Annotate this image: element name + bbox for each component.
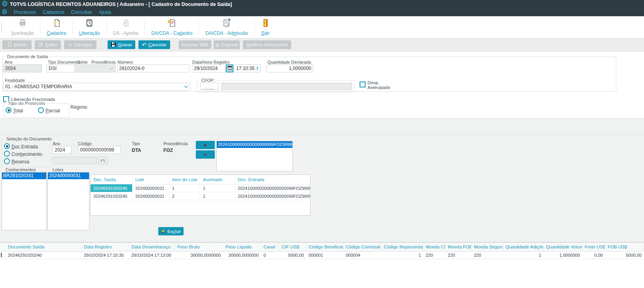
protocolo-parcial-radio[interactable] [38,107,44,113]
numero-label: Número [117,60,133,64]
cell-fob-usd[interactable]: 5000,00 [605,252,644,259]
cell-quantidade-adicoes[interactable]: 1 [503,252,544,259]
protocolo-total-label: Total [13,108,23,114]
toolbar-grip[interactable] [1,22,4,32]
cell-moeda-cif[interactable]: 220 [423,252,445,259]
cfop-mask-field[interactable]: _.___ [200,83,219,90]
gravar-button[interactable]: Gravar [108,40,135,49]
cell-cif-usd[interactable]: 5000,00 [279,252,306,259]
grid-cell[interactable]: 202400000031 [133,184,169,192]
cell-documento-saida[interactable]: 20246291020240 [6,252,81,259]
grid-cell[interactable]: 20246291020240 [91,192,133,200]
table-row[interactable]: 20246291020240 202400000031 1 1 20241000… [91,184,310,192]
data-registro-field[interactable]: 29/10/2024 [192,64,225,72]
selecao-codigo-field[interactable]: 0000000000099 [78,146,121,154]
list-item[interactable]: 20241000000000000000099FOZ999999 [217,141,292,148]
cell-quantidade-volumes[interactable]: 1,0000000 [544,252,582,259]
protocolo-total-radio[interactable] [6,107,11,113]
toolbar-sair[interactable]: Sair [255,16,276,38]
serie-field[interactable] [74,64,90,72]
cell-data-registro[interactable]: 29/10/2024 17:10:35 [81,252,129,259]
desp-antecipado-checkbox[interactable] [360,81,366,87]
calendar-icon: 15 [227,65,232,72]
grid-cell[interactable]: 2 [169,192,200,200]
table-row[interactable]: 20246291020240 202400000031 2 1 20241000… [91,192,310,200]
cell-moeda-fob[interactable]: 220 [445,252,472,259]
retificar-documento-button[interactable]: Retificar Documento [243,40,291,49]
cancelar-button[interactable]: ↶ Cancelar [138,40,170,49]
form-pencil-icon [222,19,231,29]
cell-peso-bruto[interactable]: 30000,0000000 [175,252,223,259]
menu-bar: Processos Cadastros Consultas Ajuda [0,8,644,16]
grid-cell[interactable]: 20246291020240 [91,184,133,192]
cell-canal[interactable]: 0 [261,252,279,259]
remove-document-button[interactable]: − [196,150,215,159]
list-item[interactable]: BR291020241 [2,172,46,179]
f5-button[interactable]: F5 [98,157,107,164]
quantidade-declarada-field[interactable]: 1,0000000 [267,64,313,72]
conhecimento-label: Conhecimento [11,152,42,157]
menu-processos[interactable]: Processos [14,9,36,15]
toolbar-sair-label: Sair [261,30,269,36]
toolbar: Averbação Cadastra Liberação DA - Averba… [0,16,644,38]
conhecimento-radio[interactable] [4,151,10,157]
toolbar-cadastra-label: Cadastra [47,30,66,36]
toolbar-liberacao[interactable]: Liberação [73,16,106,38]
hora-registro-field[interactable]: 17:10:35 ▲▼ [234,64,261,72]
x-icon: ✕ [68,42,72,47]
grid-cell[interactable]: 1 [200,184,235,192]
tipo-documento-label: Tipo Documento [48,60,80,64]
inserir-button[interactable]: Inserir [2,40,32,49]
cell-data-desembaraco[interactable]: 29/10/2024 17:13:00 [129,252,175,259]
page-arrow-icon [121,19,130,29]
ano-label: Ano [5,60,13,64]
lotes-listbox[interactable]: 202400000031 [47,172,89,230]
toolbar-dacda-admissao[interactable]: DA/CDA - Admissão [199,16,254,38]
conhecimentos-listbox[interactable]: BR291020241 [2,172,47,230]
cell-moeda-seguro[interactable]: 220 [472,252,503,259]
procedencia-select[interactable] [91,64,116,72]
action-bar: Inserir Editar ✕ Cancelar Gravar ↶ Cance… [0,38,644,52]
grid-cell[interactable]: 202400000031 [133,192,169,200]
cell-codigo-beneficiario[interactable]: 000001 [306,252,343,259]
grid-cell[interactable]: 1 [169,184,200,192]
cell-codigo-representante[interactable]: 1 [381,252,423,259]
spinner-down-icon[interactable]: ▼ [256,68,259,71]
add-document-button[interactable]: + [196,141,215,149]
selecao-ano-field[interactable]: 2024 [53,146,72,154]
cancelar-disabled-button[interactable]: ✕ Cancelar [64,40,97,49]
procedencia-label: Procedência [91,60,116,64]
grid-cell[interactable]: 20241000000000000000099FOZ999999 [235,184,310,192]
toolbar-averbacao[interactable]: Averbação [5,16,40,38]
list-item[interactable]: 202400000031 [48,172,89,179]
editar-button[interactable]: Editar [35,40,61,49]
finalidade-select[interactable]: 01 - ADMISSAO TEMPORARIA [3,83,190,91]
numero-field[interactable]: 29102024-0 [117,64,189,72]
menu-ajuda[interactable]: Ajuda [99,9,111,15]
time-spinner[interactable]: ▲▼ [256,66,259,71]
protocolo-parcial-label: Parcial [45,108,60,114]
reserva-radio[interactable] [4,158,10,164]
importar-xml-button[interactable]: Importar XML [179,40,211,49]
tipo-protocolo-legend: Tipo do Protocolo [6,101,47,106]
cell-peso-liquido[interactable]: 30000,0000000 [223,252,261,259]
menu-consultas[interactable]: Consultas [71,9,92,15]
ano-field[interactable]: 2024 [3,64,42,72]
toolbar-cadastra[interactable]: Cadastra [40,16,72,38]
cfop-descricao-field[interactable] [222,83,352,90]
grid-cell[interactable]: 1 [200,192,235,200]
reserva-field[interactable] [53,157,97,164]
stamp-icon [18,19,27,29]
cell-frete-usd[interactable]: 0,00 [582,252,605,259]
documentos-listbox[interactable]: 20241000000000000000099FOZ999999 [216,141,293,171]
excluir-button[interactable]: Excluir [158,227,184,235]
cell-codigo-comissaria[interactable]: 000004 [343,252,381,259]
table-row[interactable]: 20246291020240 29/10/2024 17:10:35 29/10… [0,252,644,259]
menu-cadastros[interactable]: Cadastros [43,9,64,15]
toolbar-da-averba[interactable]: DA - Averba [107,16,145,38]
etiqueta-button[interactable]: ▤ Etiqueta [214,40,240,49]
toolbar-dacda-cadastro[interactable]: DA/CDA - Cadastro [145,16,199,38]
doc-entrada-radio[interactable] [4,143,10,149]
grid-cell[interactable]: 20241000000000000000099FOZ999999 [235,192,310,200]
calendar-button[interactable]: 15 [226,64,233,72]
